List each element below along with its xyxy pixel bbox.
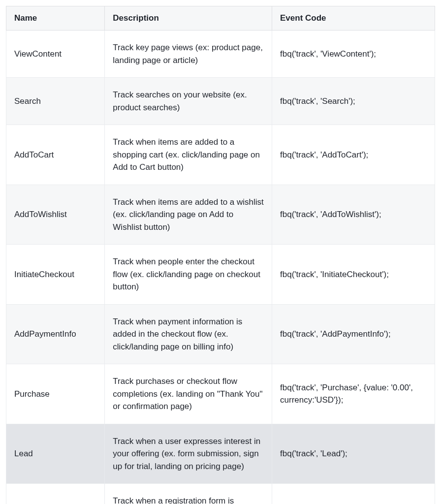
event-description: Track purchases or checkout flow complet… xyxy=(105,364,272,424)
event-name: Lead xyxy=(6,424,105,484)
header-description: Description xyxy=(105,6,272,31)
table-row: LeadTrack when a user expresses interest… xyxy=(6,424,435,484)
event-description: Track when payment information is added … xyxy=(105,304,272,364)
event-code: fbq('track', 'AddPaymentInfo'); xyxy=(272,304,435,364)
event-name: Search xyxy=(6,78,105,125)
table-row: AddPaymentInfoTrack when payment informa… xyxy=(6,304,435,364)
event-code: fbq('track', 'AddToWishlist'); xyxy=(272,185,435,245)
event-name: CompleteRegistration xyxy=(6,484,105,504)
event-code: fbq('track', 'Lead'); xyxy=(272,424,435,484)
events-table: Name Description Event Code ViewContentT… xyxy=(6,6,435,504)
event-description: Track key page views (ex: product page, … xyxy=(105,31,272,78)
event-code: fbq('track', 'Purchase', {value: '0.00',… xyxy=(272,364,435,424)
table-row: CompleteRegistrationTrack when a registr… xyxy=(6,484,435,504)
table-body: ViewContentTrack key page views (ex: pro… xyxy=(6,31,435,504)
event-code: fbq('track', 'ViewContent'); xyxy=(272,31,435,78)
event-code: fbq('track', 'AddToCart'); xyxy=(272,125,435,185)
event-name: ViewContent xyxy=(6,31,105,78)
table-row: AddToCartTrack when items are added to a… xyxy=(6,125,435,185)
event-name: AddPaymentInfo xyxy=(6,304,105,364)
header-row: Name Description Event Code xyxy=(6,6,435,31)
event-name: InitiateCheckout xyxy=(6,245,105,305)
table-row: SearchTrack searches on your website (ex… xyxy=(6,78,435,125)
event-description: Track when people enter the checkout flo… xyxy=(105,245,272,305)
event-description: Track when a user expresses interest in … xyxy=(105,424,272,484)
table-row: InitiateCheckoutTrack when people enter … xyxy=(6,245,435,305)
event-code: fbq('track', 'CompleteRegistration'); xyxy=(272,484,435,504)
event-name: Purchase xyxy=(6,364,105,424)
event-name: AddToCart xyxy=(6,125,105,185)
event-name: AddToWishlist xyxy=(6,185,105,245)
event-description: Track when items are added to a wishlist… xyxy=(105,185,272,245)
header-event-code: Event Code xyxy=(272,6,435,31)
event-code: fbq('track', 'Search'); xyxy=(272,78,435,125)
event-description: Track when a registration form is comple… xyxy=(105,484,272,504)
table-row: ViewContentTrack key page views (ex: pro… xyxy=(6,31,435,78)
table-row: PurchaseTrack purchases or checkout flow… xyxy=(6,364,435,424)
event-description: Track when items are added to a shopping… xyxy=(105,125,272,185)
event-code: fbq('track', 'InitiateCheckout'); xyxy=(272,245,435,305)
event-description: Track searches on your website (ex. prod… xyxy=(105,78,272,125)
table-row: AddToWishlistTrack when items are added … xyxy=(6,185,435,245)
header-name: Name xyxy=(6,6,105,31)
